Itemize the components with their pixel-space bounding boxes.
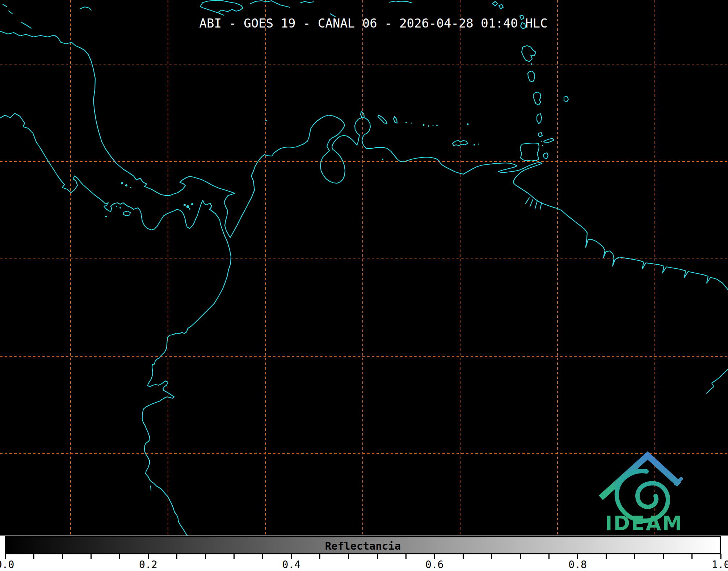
colorbar-tick — [91, 554, 92, 559]
colorbar-tick — [548, 554, 550, 559]
colorbar-tick — [62, 554, 63, 559]
colorbar-label: Reflectancia — [5, 540, 721, 552]
colorbar-tick — [634, 554, 635, 559]
colorbar-tick — [520, 554, 521, 559]
satellite-image-view: IDEAM ABI - GOES 19 - CANAL 06 - 2026-04… — [0, 0, 728, 571]
colorbar-tick — [377, 554, 378, 559]
colorbar-tick-label: 0.2 — [139, 559, 157, 571]
colorbar-tick-label: 0.4 — [282, 559, 301, 571]
colorbar-tick-label: 0.8 — [568, 559, 587, 571]
colorbar-tick — [663, 554, 664, 559]
colorbar-tick — [606, 554, 607, 559]
colorbar-tick — [319, 554, 320, 559]
coastline-islet-ecuador — [151, 486, 151, 490]
image-title: ABI - GOES 19 - CANAL 06 - 2026-04-28 01… — [0, 16, 728, 30]
colorbar: Reflectancia 0.00.20.40.60.81.0 — [0, 536, 728, 571]
map-canvas: IDEAM — [0, 0, 728, 536]
colorbar-tick-label: 0.6 — [425, 559, 444, 571]
colorbar-tick — [119, 554, 120, 559]
colorbar-tick — [405, 554, 407, 559]
map-background — [0, 0, 728, 536]
colorbar-tick — [33, 554, 34, 559]
colorbar-tick-label: 1.0 — [712, 559, 728, 571]
colorbar-tick — [233, 554, 235, 559]
colorbar-tick — [262, 554, 263, 559]
colorbar-tick — [348, 554, 349, 559]
colorbar-tick — [205, 554, 206, 559]
colorbar-tick — [491, 554, 492, 559]
colorbar-tick-label: 0.0 — [0, 559, 14, 571]
colorbar-tick — [176, 554, 177, 559]
colorbar-tick — [463, 554, 464, 559]
logo-text: IDEAM — [605, 512, 683, 535]
colorbar-tick — [691, 554, 693, 559]
